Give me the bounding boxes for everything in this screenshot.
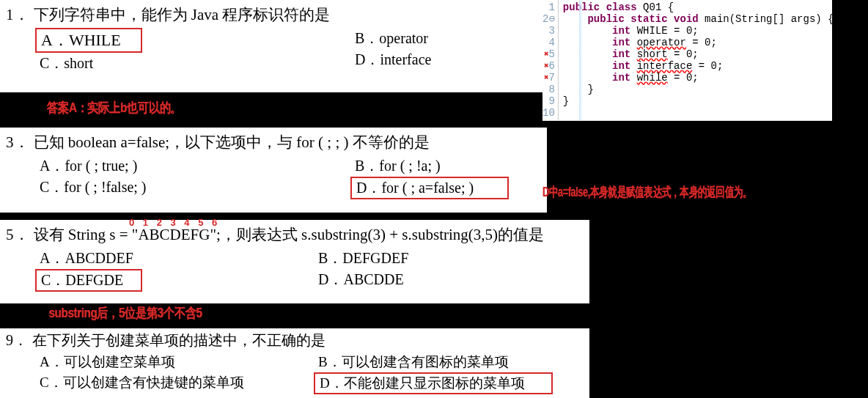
q1-number: 1． <box>6 3 29 28</box>
q1-option-a: A．WHILE <box>35 28 142 53</box>
q3-option-d: D．for ( ; a=false; ) <box>350 177 509 199</box>
q1-option-b: B．operator <box>350 28 435 49</box>
q3-text: 已知 boolean a=false;，以下选项中，与 for ( ; ; ) … <box>34 130 430 155</box>
q3-option-a: A．for ( ; true; ) <box>35 155 350 177</box>
q3-note: D中a=false,本身就是赋值表达式，本身的返回值为。 <box>542 183 768 201</box>
question-9: 9． 在下列关于创建菜单项的描述中，不正确的是 A．可以创建空菜单项 C．可以创… <box>0 328 589 398</box>
question-3: 3． 已知 boolean a=false;，以下选项中，与 for ( ; ;… <box>0 128 547 213</box>
question-5: 5． 设有 String s = "ABCDEFG";，则表达式 s.subst… <box>0 220 589 303</box>
q9-option-a: A．可以创建空菜单项 <box>35 352 314 372</box>
q5-overlay-digits: 0 1 2 3 4 5 6 <box>129 215 220 231</box>
code-ruler <box>579 0 583 120</box>
q9-option-d: D．不能创建只显示图标的菜单项 <box>314 372 553 394</box>
q9-option-c: C．可以创建含有快捷键的菜单项 <box>35 372 314 393</box>
q5-option-d: D．ABCDDE <box>314 269 413 290</box>
q1-note: 答案A：实际上b也可以的。 <box>47 99 181 117</box>
q9-number: 9． <box>6 328 28 352</box>
q5-option-c: C．DEFGDE <box>35 269 142 292</box>
q5-number: 5． <box>6 223 29 248</box>
q3-option-b: B．for ( ; !a; ) <box>350 155 509 177</box>
q5-text: 设有 String s = "ABCDEFG";，则表达式 s.substrin… <box>34 223 545 248</box>
code-lines: public class Q01 { public static void ma… <box>559 0 834 120</box>
code-gutter: 12⊖345678910 <box>542 0 559 120</box>
q1-option-c: C．short <box>35 53 350 74</box>
q1-text: 下列字符串中，能作为 Java 程序标识符的是 <box>34 3 331 28</box>
code-editor: 12⊖345678910 public class Q01 { public s… <box>542 0 832 121</box>
q3-number: 3． <box>6 130 29 155</box>
q5-option-a: A．ABCDDEF <box>35 248 314 269</box>
question-1: 1． 下列字符串中，能作为 Java 程序标识符的是 A．WHILE C．sho… <box>0 0 547 92</box>
q1-option-d: D．interface <box>350 49 435 70</box>
q3-option-c: C．for ( ; !false; ) <box>35 177 350 198</box>
q5-option-b: B．DEFGDEF <box>314 248 413 269</box>
q5-note: substring后，5位是第3个不含5 <box>48 304 202 322</box>
q9-text: 在下列关于创建菜单项的描述中，不正确的是 <box>32 328 326 352</box>
q9-option-b: B．可以创建含有图标的菜单项 <box>314 352 553 372</box>
